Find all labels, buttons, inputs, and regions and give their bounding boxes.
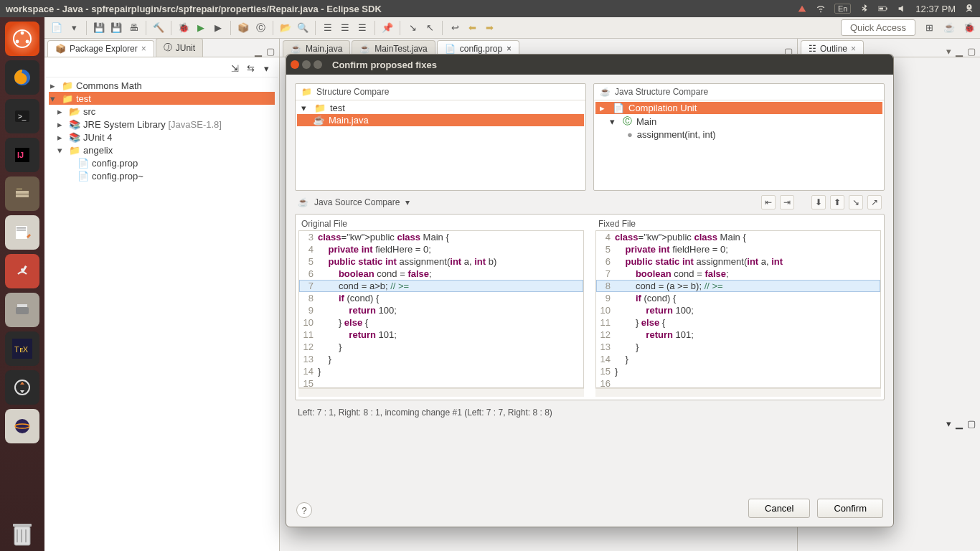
dialog-overlay: Confirm proposed fixes 📁Structure Compar…	[0, 0, 980, 551]
tree-item[interactable]: ▾ⒸMain	[595, 114, 882, 128]
scrollbar-horizontal[interactable]	[595, 388, 881, 397]
copy-right-button[interactable]: ⇥	[780, 195, 794, 209]
scrollbar-horizontal[interactable]	[298, 388, 584, 397]
prev-change-button[interactable]: ↗	[867, 195, 882, 209]
fixed-file-label: Fixed File	[595, 217, 881, 230]
java-file-icon: ☕	[298, 197, 308, 207]
dialog-title: Confirm proposed fixes	[332, 60, 437, 70]
confirm-button[interactable]: Confirm	[817, 499, 883, 518]
dialog-titlebar[interactable]: Confirm proposed fixes	[286, 55, 893, 75]
original-code[interactable]: 3class="kw">public class Main {4 private…	[298, 230, 584, 388]
java-file-icon: ☕	[313, 115, 324, 126]
original-file-label: Original File	[298, 217, 584, 230]
confirm-fixes-dialog: Confirm proposed fixes 📁Structure Compar…	[286, 54, 894, 527]
cancel-button[interactable]: Cancel	[748, 499, 810, 518]
copy-left-button[interactable]: ⇤	[761, 195, 776, 209]
compilation-unit-icon: 📄	[613, 103, 624, 113]
folder-icon: 📁	[314, 103, 326, 113]
window-maximize-button[interactable]	[314, 60, 322, 69]
folder-icon: 📁	[301, 87, 312, 97]
java-file-icon: ☕	[600, 87, 611, 97]
java-structure-compare-panel: ☕Java Structure Compare ▸📄Compilation Un…	[593, 83, 885, 191]
method-icon: ●	[627, 129, 633, 140]
tree-item[interactable]: ●assignment(int, int)	[595, 128, 882, 141]
chevron-down-icon[interactable]: ▾	[405, 197, 410, 207]
tree-item-selected[interactable]: ▸📄Compilation Unit	[595, 102, 882, 114]
next-diff-button[interactable]: ⬇	[811, 195, 826, 209]
window-close-button[interactable]	[291, 60, 299, 69]
fixed-code[interactable]: 4class="kw">public class Main {5 private…	[595, 230, 881, 388]
next-change-button[interactable]: ↘	[849, 195, 863, 209]
help-button[interactable]: ?	[296, 502, 312, 518]
class-icon: Ⓒ	[623, 115, 632, 128]
compare-label: Java Source Compare	[314, 197, 400, 207]
tree-item[interactable]: ▾📁test	[297, 102, 584, 114]
prev-diff-button[interactable]: ⬆	[830, 195, 844, 209]
source-compare-row: Original File 3class="kw">public class M…	[295, 214, 885, 400]
compare-status: Left: 7 : 1, Right: 8 : 1, incoming chan…	[295, 400, 885, 425]
tree-item-selected[interactable]: ☕Main.java	[297, 114, 584, 126]
window-minimize-button[interactable]	[302, 60, 311, 69]
structure-compare-panel: 📁Structure Compare ▾📁test ☕Main.java	[295, 83, 586, 191]
